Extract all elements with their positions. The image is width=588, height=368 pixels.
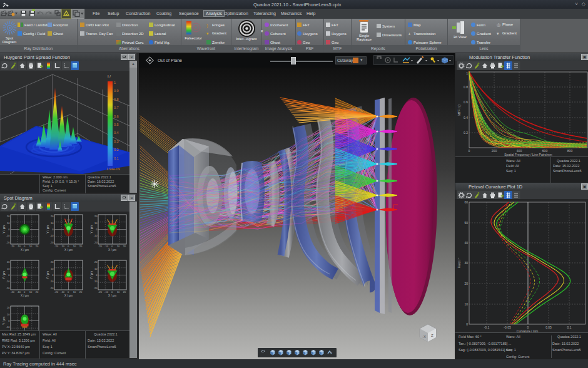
svg-text:Y / µm: Y / µm bbox=[3, 317, 6, 325]
svg-text:0: 0 bbox=[469, 149, 470, 153]
svg-text:10: 10 bbox=[94, 267, 98, 270]
svg-text:10: 10 bbox=[29, 290, 33, 294]
svg-text:-10: -10 bbox=[61, 290, 65, 294]
svg-text:1.94e-09: 1.94e-09 bbox=[106, 167, 120, 171]
svg-text:20: 20 bbox=[79, 290, 83, 294]
svg-text:10: 10 bbox=[94, 222, 98, 225]
svg-text:10: 10 bbox=[464, 302, 468, 306]
svg-text:-20: -20 bbox=[11, 245, 15, 248]
svg-text:Y / µm: Y / µm bbox=[3, 271, 6, 279]
svg-text:-10: -10 bbox=[50, 234, 54, 237]
svg-text:-20: -20 bbox=[6, 287, 11, 290]
svg-text:I /: I / bbox=[108, 74, 111, 78]
svg-text:1: 1 bbox=[466, 71, 468, 75]
svg-text:0.9: 0.9 bbox=[114, 89, 119, 93]
svg-text:800: 800 bbox=[567, 149, 573, 153]
svg-text:Y / µm: Y / µm bbox=[90, 225, 93, 233]
svg-text:-10: -10 bbox=[50, 280, 54, 283]
svg-text:20: 20 bbox=[7, 306, 10, 309]
svg-text:0.05: 0.05 bbox=[545, 325, 552, 329]
svg-text:10: 10 bbox=[7, 313, 10, 316]
svg-text:40: 40 bbox=[464, 241, 468, 245]
svg-text:20: 20 bbox=[123, 290, 126, 294]
svg-text:10: 10 bbox=[73, 245, 76, 248]
svg-text:0.1: 0.1 bbox=[114, 156, 119, 160]
svg-text:-0.1: -0.1 bbox=[484, 325, 490, 329]
svg-text:-10: -10 bbox=[104, 290, 109, 294]
svg-text:20: 20 bbox=[51, 215, 54, 218]
svg-text:10: 10 bbox=[51, 222, 54, 225]
svg-text:0.8: 0.8 bbox=[114, 98, 119, 101]
svg-text:-20: -20 bbox=[94, 287, 98, 290]
svg-text:X / µm: X / µm bbox=[64, 248, 73, 252]
svg-text:Y / µm: Y / µm bbox=[46, 225, 49, 233]
svg-text:-0.05: -0.05 bbox=[504, 325, 511, 329]
svg-text:10: 10 bbox=[73, 290, 76, 294]
svg-text:Y / µm: Y / µm bbox=[90, 271, 93, 279]
svg-text:X / µm: X / µm bbox=[108, 248, 116, 252]
svg-text:200: 200 bbox=[492, 149, 497, 153]
svg-text:X / µm: X / µm bbox=[64, 294, 73, 297]
svg-text:-20: -20 bbox=[54, 290, 59, 294]
svg-text:50: 50 bbox=[464, 221, 468, 225]
svg-text:-20: -20 bbox=[50, 287, 54, 290]
svg-text:0.2: 0.2 bbox=[464, 131, 468, 135]
svg-text:0: 0 bbox=[466, 322, 468, 326]
svg-text:0.2: 0.2 bbox=[114, 148, 119, 151]
svg-text:X / µm: X / µm bbox=[21, 248, 29, 252]
svg-text:-10: -10 bbox=[6, 280, 11, 283]
svg-text:20: 20 bbox=[464, 282, 468, 285]
svg-text:20: 20 bbox=[36, 290, 39, 294]
svg-text:Y / µm: Y / µm bbox=[3, 225, 6, 233]
svg-text:-20: -20 bbox=[50, 241, 54, 244]
svg-text:-20: -20 bbox=[98, 290, 103, 294]
svg-text:0.3: 0.3 bbox=[114, 140, 119, 143]
svg-text:MTF / (): MTF / () bbox=[457, 105, 461, 116]
svg-text:20: 20 bbox=[94, 215, 98, 218]
svg-text:0.8: 0.8 bbox=[464, 85, 468, 89]
svg-text:10: 10 bbox=[117, 245, 120, 248]
svg-text:60: 60 bbox=[464, 200, 468, 204]
svg-text:0.4: 0.4 bbox=[464, 116, 468, 120]
svg-text:X / µm: X / µm bbox=[21, 294, 29, 297]
svg-text:30: 30 bbox=[464, 261, 468, 265]
svg-text:-10: -10 bbox=[94, 280, 98, 283]
svg-text:-20: -20 bbox=[11, 290, 15, 294]
svg-text:-20: -20 bbox=[54, 245, 59, 248]
svg-text:-10: -10 bbox=[6, 325, 11, 329]
svg-text:0.1: 0.1 bbox=[567, 325, 572, 329]
svg-text:20: 20 bbox=[123, 245, 126, 248]
svg-text:0.7: 0.7 bbox=[114, 106, 119, 110]
svg-text:-20: -20 bbox=[94, 241, 98, 244]
svg-text:Z: Z bbox=[431, 334, 433, 337]
svg-text:20: 20 bbox=[7, 260, 10, 263]
svg-text:10: 10 bbox=[7, 222, 10, 225]
svg-text:10: 10 bbox=[117, 290, 120, 294]
svg-text:20: 20 bbox=[36, 245, 39, 248]
svg-text:0.4: 0.4 bbox=[114, 131, 119, 135]
svg-text:-20: -20 bbox=[6, 241, 11, 244]
svg-text:-10: -10 bbox=[6, 234, 11, 237]
svg-text:-10: -10 bbox=[104, 245, 109, 248]
svg-text:-10: -10 bbox=[94, 234, 98, 237]
svg-text:20: 20 bbox=[7, 215, 10, 218]
svg-text:0.6: 0.6 bbox=[464, 100, 468, 104]
svg-text:-10: -10 bbox=[17, 290, 21, 294]
svg-text:-20: -20 bbox=[98, 245, 103, 248]
svg-text:-10: -10 bbox=[17, 245, 21, 248]
svg-text:0.5: 0.5 bbox=[114, 123, 119, 126]
svg-text:10: 10 bbox=[51, 267, 54, 270]
svg-text:20: 20 bbox=[79, 245, 83, 248]
svg-text:0.6: 0.6 bbox=[114, 115, 119, 118]
svg-text:20: 20 bbox=[94, 260, 98, 263]
svg-text:10: 10 bbox=[7, 267, 10, 270]
svg-text:-X: -X bbox=[422, 335, 426, 339]
svg-text:Field / °: Field / ° bbox=[457, 257, 461, 268]
svg-text:Y / µm: Y / µm bbox=[46, 271, 49, 279]
svg-text:1: 1 bbox=[114, 81, 116, 84]
svg-text:10: 10 bbox=[29, 245, 33, 248]
svg-text:-10: -10 bbox=[61, 245, 65, 248]
svg-text:X / µm: X / µm bbox=[108, 294, 116, 297]
svg-text:20: 20 bbox=[51, 260, 54, 263]
